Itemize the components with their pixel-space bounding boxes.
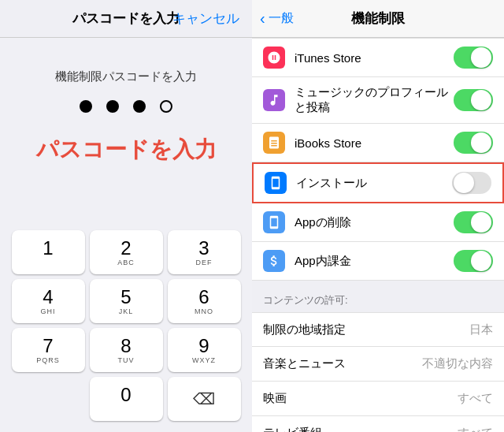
app-delete-icon — [263, 211, 285, 233]
install-label: インストール — [296, 176, 452, 191]
passcode-label: パスコードを入力 — [36, 135, 217, 165]
back-chevron-icon: ‹ — [260, 9, 265, 28]
music-news-value: 不適切な内容 — [422, 356, 493, 371]
ibooks-toggle-track — [454, 132, 493, 154]
install-row-wrapper: インストール — [252, 162, 504, 203]
ibooks-icon — [263, 132, 285, 154]
in-app-toggle[interactable] — [454, 250, 493, 272]
app-delete-toggle-track — [454, 211, 493, 233]
passcode-dots — [80, 100, 172, 113]
row-app-delete[interactable]: Appの削除 — [252, 203, 504, 242]
key-5[interactable]: 5 JKL — [90, 279, 163, 323]
key-1[interactable]: 1 — [12, 230, 85, 274]
music-label: ミュージックのプロフィールと投稿 — [295, 85, 454, 115]
install-icon — [265, 172, 287, 194]
in-app-icon — [263, 250, 285, 272]
app-delete-toggle[interactable] — [454, 211, 493, 233]
itunes-toggle[interactable] — [454, 47, 493, 69]
right-panel: ‹ 一般 機能制限 iTunes Store ミュージックのプロフィールと投稿 — [252, 0, 504, 432]
music-toggle-track — [454, 89, 493, 111]
keypad-row-4: 0 ⌫ — [6, 377, 246, 421]
row-install[interactable]: インストール — [252, 162, 504, 203]
key-delete[interactable]: ⌫ — [168, 377, 241, 421]
row-region[interactable]: 制限の地域指定 日本 — [252, 312, 504, 347]
music-icon — [263, 89, 285, 111]
dot-1 — [80, 100, 92, 113]
delete-icon: ⌫ — [193, 389, 215, 408]
key-4[interactable]: 4 GHI — [12, 279, 85, 323]
key-empty — [12, 377, 85, 421]
ibooks-toggle[interactable] — [454, 132, 493, 154]
key-8[interactable]: 8 TUV — [90, 328, 163, 372]
keypad-row-2: 4 GHI 5 JKL 6 MNO — [6, 279, 246, 323]
right-header: ‹ 一般 機能制限 — [252, 0, 504, 38]
row-in-app[interactable]: App内課金 — [252, 242, 504, 281]
tv-value: すべて — [458, 426, 493, 432]
ibooks-label: iBooks Store — [295, 136, 454, 150]
keypad: 1 2 ABC 3 DEF 4 GHI 5 JKL 6 MN — [0, 227, 252, 432]
row-music[interactable]: ミュージックのプロフィールと投稿 — [252, 77, 504, 124]
region-value: 日本 — [469, 322, 493, 337]
content-section-header: コンテンツの許可: — [252, 281, 504, 312]
key-9[interactable]: 9 WXYZ — [168, 328, 241, 372]
key-2[interactable]: 2 ABC — [90, 230, 163, 274]
dot-4 — [160, 100, 172, 113]
left-header: パスコードを入力 キャンセル — [0, 0, 252, 38]
key-3[interactable]: 3 DEF — [168, 230, 241, 274]
row-tv[interactable]: テレビ番組 すべて — [252, 416, 504, 432]
right-content: iTunes Store ミュージックのプロフィールと投稿 — [252, 38, 504, 432]
left-header-title: パスコードを入力 — [72, 9, 180, 28]
cancel-button[interactable]: キャンセル — [172, 9, 239, 28]
movies-label: 映画 — [263, 391, 458, 406]
tv-label: テレビ番組 — [263, 426, 458, 432]
region-label: 制限の地域指定 — [263, 322, 469, 337]
in-app-label: App内課金 — [295, 254, 454, 269]
key-6[interactable]: 6 MNO — [168, 279, 241, 323]
itunes-toggle-track — [454, 47, 493, 69]
music-news-label: 音楽とニュース — [263, 356, 422, 371]
keypad-row-1: 1 2 ABC 3 DEF — [6, 230, 246, 274]
install-toggle[interactable] — [452, 172, 491, 194]
row-ibooks[interactable]: iBooks Store — [252, 124, 504, 162]
right-header-title: 機能制限 — [351, 9, 405, 28]
itunes-label: iTunes Store — [295, 51, 454, 65]
back-button[interactable]: ‹ 一般 — [260, 9, 294, 28]
install-toggle-track — [452, 172, 491, 194]
itunes-icon — [263, 47, 285, 69]
dot-2 — [106, 100, 119, 113]
music-toggle[interactable] — [454, 89, 493, 111]
row-music-news[interactable]: 音楽とニュース 不適切な内容 — [252, 347, 504, 382]
key-0[interactable]: 0 — [90, 377, 163, 421]
app-delete-label: Appの削除 — [295, 215, 454, 230]
row-movies[interactable]: 映画 すべて — [252, 382, 504, 416]
key-7[interactable]: 7 PQRS — [12, 328, 85, 372]
row-itunes[interactable]: iTunes Store — [252, 38, 504, 77]
dot-3 — [133, 100, 146, 113]
back-label: 一般 — [269, 10, 294, 27]
passcode-prompt: 機能制限パスコードを入力 — [55, 69, 197, 84]
keypad-row-3: 7 PQRS 8 TUV 9 WXYZ — [6, 328, 246, 372]
movies-value: すべて — [458, 391, 493, 406]
in-app-toggle-track — [454, 250, 493, 272]
left-panel: パスコードを入力 キャンセル 機能制限パスコードを入力 パスコードを入力 1 2… — [0, 0, 252, 432]
